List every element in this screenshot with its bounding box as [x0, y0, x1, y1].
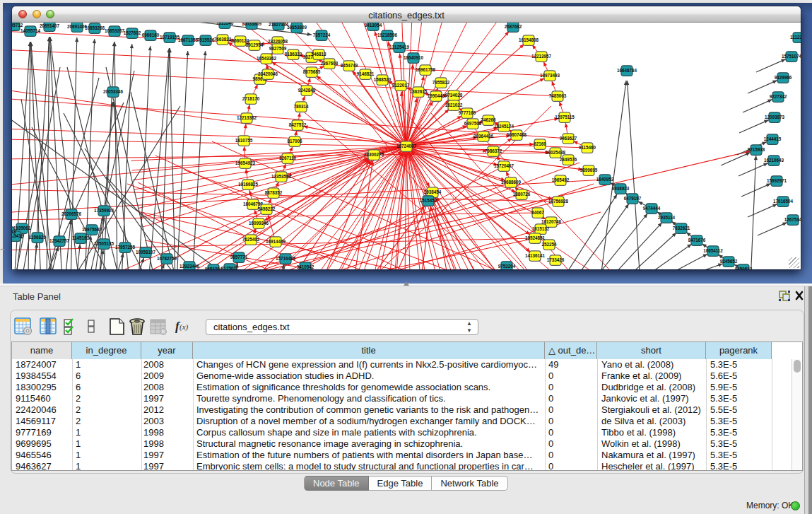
svg-text:6966160: 6966160 [142, 33, 160, 37]
svg-text:8471676: 8471676 [688, 238, 706, 243]
svg-text:19166825: 19166825 [238, 182, 259, 187]
svg-text:10853809: 10853809 [287, 25, 307, 30]
svg-text:17359924: 17359924 [94, 208, 114, 213]
svg-text:10654112: 10654112 [703, 248, 723, 253]
svg-text:12975115: 12975115 [555, 115, 575, 119]
svg-text:1527602: 1527602 [124, 30, 141, 35]
svg-text:746266: 746266 [481, 117, 496, 122]
svg-text:9227342: 9227342 [770, 94, 787, 99]
svg-text:8938923: 8938923 [612, 186, 630, 191]
svg-text:1362615: 1362615 [410, 89, 428, 94]
svg-text:10973493: 10973493 [540, 73, 560, 78]
svg-text:12093873: 12093873 [765, 115, 785, 119]
svg-text:23300275: 23300275 [364, 152, 384, 157]
svg-text:12213957: 12213957 [531, 54, 552, 59]
svg-text:20053346: 20053346 [103, 89, 124, 94]
svg-text:8215938: 8215938 [748, 147, 765, 152]
svg-text:8454749: 8454749 [341, 63, 358, 68]
svg-text:546813: 546813 [311, 52, 326, 57]
svg-text:1244415: 1244415 [764, 136, 782, 141]
svg-text:1145193: 1145193 [72, 235, 90, 240]
svg-text:12505135: 12505135 [94, 241, 114, 246]
svg-text:20206576: 20206576 [61, 211, 82, 216]
svg-text:10853267: 10853267 [105, 28, 125, 33]
svg-text:10025438: 10025438 [546, 150, 566, 155]
svg-text:9827509: 9827509 [269, 46, 287, 51]
svg-text:8186323: 8186323 [285, 52, 302, 57]
svg-text:1990443: 1990443 [428, 93, 445, 98]
svg-text:19524851: 19524851 [525, 235, 546, 240]
svg-text:7515546: 7515546 [216, 23, 234, 25]
svg-text:10719155: 10719155 [160, 35, 180, 40]
svg-text:8125011: 8125011 [221, 266, 239, 269]
svg-text:1588520: 1588520 [374, 77, 392, 82]
svg-text:7357224: 7357224 [313, 33, 331, 37]
svg-text:17016504: 17016504 [773, 199, 794, 204]
svg-text:9474444: 9474444 [643, 206, 661, 211]
svg-text:2849576: 2849576 [560, 157, 577, 162]
svg-text:10975687: 10975687 [82, 227, 102, 232]
svg-text:10688609: 10688609 [501, 180, 522, 185]
svg-text:15720407: 15720407 [494, 163, 514, 168]
svg-text:9146821: 9146821 [357, 71, 375, 76]
svg-text:790013: 790013 [12, 229, 16, 234]
svg-text:12342757: 12342757 [49, 238, 70, 243]
svg-text:10807488: 10807488 [507, 132, 527, 137]
svg-text:1938454: 1938454 [424, 189, 442, 194]
svg-text:9734028: 9734028 [445, 93, 463, 98]
svg-text:9410542: 9410542 [297, 264, 314, 269]
svg-text:14914449: 14914449 [266, 239, 286, 244]
svg-text:1515457: 1515457 [420, 198, 437, 203]
svg-text:3267110: 3267110 [279, 156, 297, 160]
svg-text:1615132: 1615132 [532, 226, 550, 231]
svg-text:21827334: 21827334 [269, 23, 289, 27]
svg-text:9857771: 9857771 [230, 255, 248, 259]
svg-text:18640910: 18640910 [404, 55, 424, 60]
svg-text:12353594: 12353594 [271, 174, 292, 179]
svg-text:9245652: 9245652 [720, 259, 738, 264]
svg-text:10033809: 10033809 [242, 23, 262, 26]
svg-text:2367608: 2367608 [321, 61, 339, 66]
svg-text:1156829: 1156829 [29, 235, 47, 240]
svg-text:9242848: 9242848 [298, 88, 316, 93]
svg-text:18245174: 18245174 [494, 124, 514, 129]
svg-text:1640953: 1640953 [596, 177, 614, 182]
svg-text:7955812: 7955812 [433, 80, 450, 85]
svg-text:817006: 817006 [287, 139, 302, 144]
svg-text:2687682: 2687682 [505, 24, 522, 29]
svg-text:2718170: 2718170 [242, 96, 260, 101]
svg-text:6497505: 6497505 [464, 121, 482, 126]
svg-text:5498222: 5498222 [258, 206, 276, 211]
svg-text:2935114: 2935114 [658, 215, 676, 220]
svg-text:23226058: 23226058 [268, 39, 288, 44]
svg-text:13125419: 13125419 [389, 45, 410, 49]
svg-text:16099346: 16099346 [249, 221, 269, 226]
svg-text:1880726: 1880726 [513, 192, 531, 197]
svg-text:1621022: 1621022 [445, 103, 463, 107]
svg-text:9463627: 9463627 [560, 136, 577, 141]
svg-text:62160: 62160 [534, 141, 546, 146]
svg-text:23420046: 23420046 [258, 71, 278, 76]
svg-text:16671355: 16671355 [178, 37, 199, 42]
svg-text:8912954: 8912954 [246, 42, 264, 47]
svg-text:1965492: 1965492 [552, 177, 570, 182]
svg-text:9450512: 9450512 [735, 267, 753, 269]
svg-text:84067: 84067 [531, 210, 544, 215]
svg-text:8413054: 8413054 [365, 23, 382, 28]
svg-text:20364436: 20364436 [473, 134, 494, 139]
svg-text:9329966: 9329966 [775, 75, 792, 80]
svg-text:7485063: 7485063 [549, 93, 567, 98]
svg-text:8675685: 8675685 [303, 69, 321, 74]
svg-text:12213382: 12213382 [237, 115, 257, 120]
svg-text:19218596: 19218596 [377, 33, 398, 37]
svg-text:1733426: 1733426 [547, 257, 565, 262]
svg-text:9752204: 9752204 [498, 264, 516, 269]
svg-text:780314: 780314 [293, 104, 309, 109]
svg-text:10958107: 10958107 [136, 250, 156, 255]
svg-text:14136141: 14136141 [525, 253, 546, 258]
svg-text:16154808: 16154808 [519, 37, 539, 42]
svg-text:16046798: 16046798 [243, 201, 264, 206]
svg-text:9777169: 9777169 [459, 110, 476, 115]
svg-text:16648784: 16648784 [617, 68, 637, 73]
svg-text:15751074: 15751074 [782, 54, 801, 59]
